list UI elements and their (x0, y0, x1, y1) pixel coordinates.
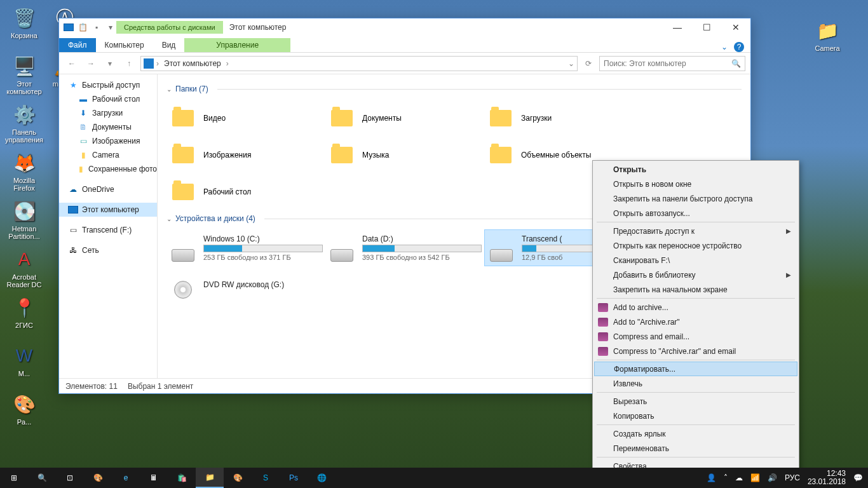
ctx-pin-start[interactable]: Закрепить на начальном экране (594, 282, 797, 297)
nav-onedrive[interactable]: ☁OneDrive (59, 182, 157, 196)
nav-transcend[interactable]: ▭Transcend (F:) (59, 223, 157, 237)
ctx-add-archive-rar[interactable]: Add to "Archive.rar" (594, 315, 797, 329)
tab-view[interactable]: Вид (153, 38, 185, 52)
history-dropdown-icon[interactable]: ⌄ (568, 59, 574, 68)
tab-manage[interactable]: Управление (184, 38, 290, 52)
breadcrumb-root[interactable]: Этот компьютер (161, 59, 224, 68)
tray-notifications-icon[interactable]: 💬 (853, 473, 863, 482)
close-button[interactable]: ✕ (721, 18, 750, 36)
tray-up-icon[interactable]: ˄ (724, 473, 728, 482)
qat-new-folder-icon[interactable]: ▪ (91, 22, 102, 33)
ctx-add-library[interactable]: Добавить в библиотеку▶ (594, 268, 797, 282)
ctx-compress-email[interactable]: Compress and email... (594, 329, 797, 344)
desktop-icon-thispc[interactable]: 🖥️Этот компьютер (5, 53, 43, 99)
search-field[interactable]: 🔍 (599, 56, 745, 71)
taskbar-skype[interactable]: S (252, 468, 280, 488)
ctx-scan[interactable]: Сканировать F:\ (594, 253, 797, 268)
desktop-icon-word[interactable]: WM... (5, 343, 43, 389)
chevron-right-icon[interactable]: › (226, 59, 229, 68)
start-button[interactable]: ⊞ (0, 468, 28, 488)
minimize-button[interactable]: — (663, 18, 692, 36)
tray-network-icon[interactable]: 📶 (750, 473, 760, 482)
nav-thispc[interactable]: Этот компьютер (59, 203, 157, 217)
taskbar-photoshop[interactable]: Ps (280, 468, 308, 488)
desktop-icon-2gis[interactable]: 📍2ГИС (5, 295, 43, 341)
tray-clock[interactable]: 12:43 23.01.2018 (808, 470, 846, 486)
drive-c[interactable]: Windows 10 (C:)253 ГБ свободно из 371 ГБ (166, 229, 325, 266)
taskbar-explorer[interactable]: 📁 (196, 468, 224, 488)
nav-network[interactable]: 🖧Сеть (59, 243, 157, 257)
ctx-open-portable[interactable]: Открыть как переносное устройство (594, 238, 797, 253)
ctx-add-archive[interactable]: Add to archive... (594, 300, 797, 315)
winrar-icon (598, 332, 608, 342)
ctx-create-shortcut[interactable]: Создать ярлык (594, 426, 797, 441)
ctx-format[interactable]: Форматировать... (594, 362, 797, 376)
maximize-button[interactable]: ☐ (692, 18, 721, 36)
nav-recent-button[interactable]: ▾ (102, 56, 118, 71)
tray-volume-icon[interactable]: 🔊 (768, 473, 777, 482)
ctx-eject[interactable]: Извлечь (594, 376, 797, 391)
taskbar-paint[interactable]: 🎨 (84, 468, 112, 488)
folder-pictures[interactable]: Изображения (166, 137, 325, 173)
nav-saved-photos[interactable]: ▮Сохраненные фото (59, 162, 157, 176)
tab-file[interactable]: Файл (59, 38, 96, 52)
refresh-button[interactable]: ⟳ (581, 56, 595, 71)
desktop-icon-camera[interactable]: 📁Camera (808, 18, 846, 64)
search-icon[interactable]: 🔍 (731, 59, 741, 68)
drive-d[interactable]: Data (D:)393 ГБ свободно из 542 ГБ (325, 229, 484, 266)
desktop-icon-firefox[interactable]: 🦊Mozilla Firefox (5, 150, 43, 196)
ctx-compress-rar-email[interactable]: Compress to "Archive.rar" and email (594, 344, 797, 358)
chevron-down-icon: ⌄ (166, 215, 172, 222)
tray-people-icon[interactable]: 👤 (707, 473, 716, 482)
nav-back-button[interactable]: ← (64, 56, 79, 71)
drive-icon (172, 249, 194, 262)
tray-onedrive-icon[interactable]: ☁ (735, 473, 743, 482)
group-folders-header[interactable]: ⌄ Папки (7) (166, 85, 742, 93)
taskbar-chrome[interactable]: 🌐 (308, 468, 336, 488)
search-button[interactable]: 🔍 (28, 468, 56, 488)
search-input[interactable] (604, 59, 731, 68)
nav-desktop[interactable]: ▬Рабочий стол (59, 92, 157, 106)
ctx-rename[interactable]: Переименовать (594, 441, 797, 456)
ctx-open[interactable]: Открыть (594, 162, 797, 177)
nav-pictures[interactable]: ▭Изображения (59, 134, 157, 148)
app-icon[interactable] (63, 22, 74, 33)
desktop-icon-paint[interactable]: 🎨Pa... (5, 391, 43, 437)
nav-documents[interactable]: 🗎Документы (59, 120, 157, 134)
taskbar-edge[interactable]: e (112, 468, 140, 488)
ctx-open-new-window[interactable]: Открыть в новом окне (594, 177, 797, 191)
tab-computer[interactable]: Компьютер (96, 38, 153, 52)
folder-desktop[interactable]: Рабочий стол (166, 173, 325, 210)
folder-documents[interactable]: Документы (325, 100, 484, 137)
nav-downloads[interactable]: ⬇Загрузки (59, 106, 157, 120)
task-view-button[interactable]: ⊡ (56, 468, 84, 488)
ctx-pin-quick-access[interactable]: Закрепить на панели быстрого доступа (594, 191, 797, 206)
address-field[interactable]: › Этот компьютер › ⌄ (140, 56, 578, 71)
ctx-copy[interactable]: Копировать (594, 409, 797, 423)
taskbar-store[interactable]: 🛍️ (168, 468, 196, 488)
ctx-open-autoplay[interactable]: Открыть автозапуск... (594, 206, 797, 220)
tray-language[interactable]: РУС (785, 473, 800, 482)
desktop-icon-control[interactable]: ⚙️Панель управления (5, 102, 43, 147)
nav-up-button[interactable]: ↑ (121, 56, 137, 71)
star-icon: ★ (68, 80, 78, 90)
qat-customize-icon[interactable]: ▾ (105, 22, 116, 33)
folder-downloads[interactable]: Загрузки (484, 100, 643, 137)
desktop-icon-hetman[interactable]: 💽Hetman Partition... (5, 198, 43, 244)
desktop-icon-recycle[interactable]: 🗑️Корзина (5, 5, 43, 51)
taskbar-paint3d[interactable]: 🎨 (224, 468, 252, 488)
taskbar-calc[interactable]: 🖩 (140, 468, 168, 488)
chevron-right-icon[interactable]: › (156, 59, 159, 68)
nav-camera[interactable]: ▮Camera (59, 148, 157, 162)
nav-quick-access[interactable]: ★Быстрый доступ (59, 78, 157, 92)
desktop-icon-acrobat[interactable]: AAcrobat Reader DC (5, 247, 43, 292)
ribbon-expand-icon[interactable]: ⌄ (721, 43, 728, 51)
help-icon[interactable]: ? (734, 42, 744, 52)
ctx-give-access[interactable]: Предоставить доступ к▶ (594, 224, 797, 238)
nav-forward-button[interactable]: → (83, 56, 98, 71)
folder-music[interactable]: Музыка (325, 137, 484, 173)
ctx-cut[interactable]: Вырезать (594, 394, 797, 409)
qat-properties-icon[interactable]: 📋 (77, 22, 88, 33)
folder-videos[interactable]: Видео (166, 100, 325, 137)
drive-g-dvd[interactable]: DVD RW дисковод (G:) (166, 266, 325, 303)
